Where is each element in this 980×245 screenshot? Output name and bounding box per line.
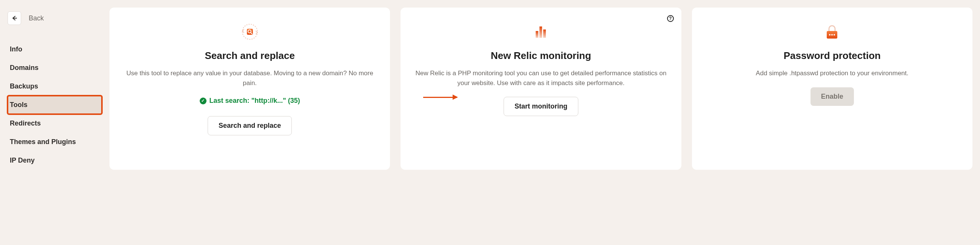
nav-item-redirects[interactable]: Redirects xyxy=(8,114,102,133)
start-monitoring-button[interactable]: Start monitoring xyxy=(504,97,578,116)
card-password-protection: Password protection Add simple .htpasswd… xyxy=(692,8,972,170)
nav-item-tools[interactable]: Tools xyxy=(8,96,102,114)
svg-rect-4 xyxy=(536,31,538,38)
help-icon[interactable]: ? xyxy=(667,15,674,22)
svg-point-8 xyxy=(829,34,830,35)
checkmark-icon: ✓ xyxy=(200,98,207,104)
lock-icon xyxy=(823,23,841,41)
card-title: Search and replace xyxy=(205,50,294,62)
card-description: Use this tool to replace any value in yo… xyxy=(121,69,379,88)
back-label: Back xyxy=(29,14,44,22)
search-replace-icon xyxy=(241,23,259,41)
arrow-annotation-icon xyxy=(423,97,457,98)
card-new-relic: ? New Relic monitoring New Relic is a PH… xyxy=(401,8,681,170)
back-arrow-icon xyxy=(8,11,21,25)
last-search-text: Last search: "http://k..." (35) xyxy=(210,97,300,105)
nav-item-backups[interactable]: Backups xyxy=(8,77,102,96)
svg-point-10 xyxy=(834,34,835,35)
last-search-status: ✓ Last search: "http://k..." (35) xyxy=(200,97,300,105)
card-title: Password protection xyxy=(784,50,881,62)
nav-item-domains[interactable]: Domains xyxy=(8,59,102,77)
card-description: Add simple .htpasswd protection to your … xyxy=(756,69,908,78)
cards-container: Search and replace Use this tool to repl… xyxy=(110,8,972,170)
svg-rect-6 xyxy=(543,29,546,38)
sidebar: Back Info Domains Backups Tools Redirect… xyxy=(8,8,102,170)
back-button[interactable]: Back xyxy=(8,8,102,29)
card-search-replace: Search and replace Use this tool to repl… xyxy=(110,8,390,170)
bar-chart-icon xyxy=(532,23,550,41)
svg-point-9 xyxy=(831,34,833,35)
search-replace-button[interactable]: Search and replace xyxy=(208,116,292,135)
nav-item-info[interactable]: Info xyxy=(8,40,102,59)
nav-item-ip-deny[interactable]: IP Deny xyxy=(8,151,102,170)
card-description: New Relic is a PHP monitoring tool you c… xyxy=(412,69,670,88)
nav-item-themes-plugins[interactable]: Themes and Plugins xyxy=(8,133,102,151)
svg-rect-5 xyxy=(539,26,542,38)
card-title: New Relic monitoring xyxy=(491,50,591,62)
nav-list: Info Domains Backups Tools Redirects The… xyxy=(8,40,102,170)
enable-button[interactable]: Enable xyxy=(810,87,854,106)
